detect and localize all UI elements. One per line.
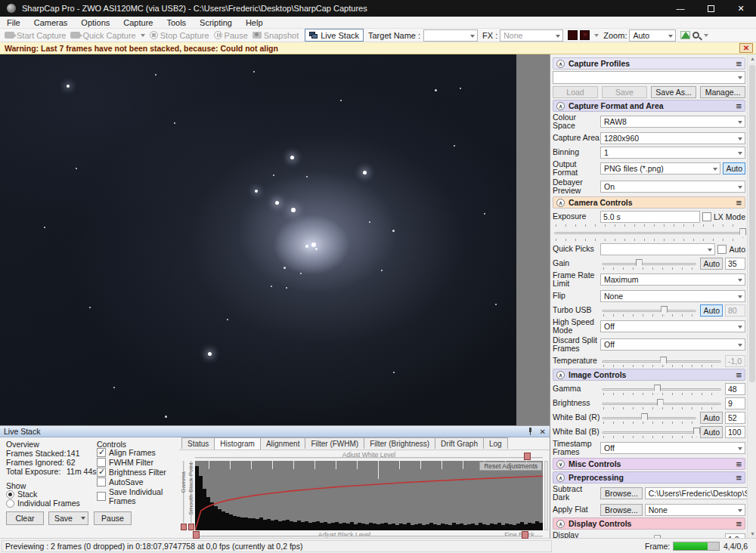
subtract-dark-combo[interactable]: C:\Users\Frederic\Desktop\SharpCap Ca... [645, 487, 756, 499]
collapse-icon[interactable]: ∧ [556, 60, 565, 68]
manage-profiles-button[interactable]: Manage... [700, 86, 745, 98]
pause-stack-button[interactable]: Pause [94, 511, 132, 525]
save-button[interactable]: Save [48, 511, 79, 525]
quick-capture-dropdown-icon[interactable] [141, 34, 145, 37]
exposure-auto-checkbox[interactable] [717, 245, 727, 254]
section-preprocessing[interactable]: ∧ Preprocessing ≡ [553, 471, 745, 483]
tab-alignment[interactable]: Alignment [260, 437, 305, 449]
scroll-up-icon[interactable]: ▲ [750, 56, 755, 61]
menu-cameras[interactable]: Cameras [27, 18, 75, 27]
load-profile-button[interactable]: Load [553, 86, 598, 98]
section-display-controls[interactable]: ∧ Display Controls ≡ [553, 517, 745, 530]
live-stack-header[interactable]: Live Stack ✕ [0, 426, 550, 437]
white-bal-r-auto-button[interactable]: Auto [700, 412, 723, 424]
menu-scripting[interactable]: Scripting [193, 18, 239, 27]
scrollbar-thumb[interactable] [749, 65, 755, 382]
menu-file[interactable]: File [0, 18, 27, 27]
brightness-slider[interactable] [600, 397, 723, 409]
temperature-slider[interactable] [600, 355, 723, 367]
white-bal-r-value[interactable]: 52 [725, 412, 745, 424]
gamma-vertical-handle[interactable] [181, 524, 187, 530]
fwhm-filter-checkbox[interactable]: FWHM Filter [97, 458, 153, 467]
save-dropdown-button[interactable] [78, 511, 88, 525]
magnifier-dropdown-icon[interactable] [704, 34, 708, 37]
show-stack-radio[interactable]: Stack [6, 490, 37, 499]
menu-help[interactable]: Help [239, 18, 270, 27]
tab-filter-brightness[interactable]: Filter (Brightness) [364, 437, 435, 449]
swatch-dropdown-icon[interactable] [594, 34, 599, 37]
white-bal-b-auto-button[interactable]: Auto [700, 426, 723, 438]
stop-capture-button[interactable]: Stop Capture [150, 31, 209, 40]
profile-combo[interactable] [553, 71, 745, 84]
start-capture-button[interactable]: Start Capture [5, 31, 66, 40]
menu-tools[interactable]: Tools [160, 18, 193, 27]
flat-frame-swatch-icon[interactable] [580, 30, 590, 40]
histogram-icon[interactable] [680, 31, 690, 39]
binning-combo[interactable]: 1 [600, 147, 745, 159]
gamma-value[interactable]: 48 [725, 383, 745, 395]
section-capture-format[interactable]: ∧ Capture Format and Area ≡ [553, 100, 745, 112]
reset-adjustments-button[interactable]: Reset Adjustments [479, 462, 542, 471]
section-menu-icon[interactable]: ≡ [736, 369, 742, 381]
close-button[interactable]: ✕ [726, 0, 756, 17]
capture-area-combo[interactable]: 1280x960 [600, 132, 745, 144]
fx-combo[interactable]: None [500, 29, 563, 42]
output-format-auto-button[interactable]: Auto [723, 162, 745, 175]
collapse-icon[interactable]: ∧ [556, 520, 565, 528]
quick-picks-combo[interactable] [600, 243, 715, 255]
section-menu-icon[interactable]: ≡ [736, 459, 742, 470]
collapse-icon[interactable]: ∧ [556, 371, 565, 379]
scroll-down-icon[interactable]: ▼ [750, 531, 755, 536]
gamma-vertical-slider[interactable]: Gamma [181, 461, 187, 530]
collapse-icon[interactable]: ∧ [556, 474, 565, 482]
section-menu-icon[interactable]: ≡ [736, 518, 742, 530]
section-menu-icon[interactable]: ≡ [736, 100, 742, 112]
maximize-button[interactable] [696, 0, 726, 17]
section-capture-profiles[interactable]: ∧ Capture Profiles ≡ [553, 57, 745, 70]
pin-icon[interactable] [528, 428, 533, 435]
section-menu-icon[interactable]: ≡ [736, 472, 742, 483]
black-level-track[interactable] [195, 536, 543, 537]
panel-scrollbar[interactable]: ▲ ▼ [747, 54, 756, 538]
exposure-input[interactable]: 5.0 s [600, 211, 700, 223]
white-bal-r-slider[interactable] [600, 412, 698, 424]
tab-histogram[interactable]: Histogram [214, 437, 261, 450]
save-individual-frames-checkbox[interactable]: Save Individual Frames [97, 487, 179, 505]
frame-rate-limit-combo[interactable]: Maximum [600, 273, 745, 286]
tab-log[interactable]: Log [483, 437, 508, 449]
section-menu-icon[interactable]: ≡ [736, 197, 742, 209]
section-misc-controls[interactable]: ∨ Misc Controls ≡ [553, 458, 745, 470]
discard-split-frames-combo[interactable]: Off [600, 338, 745, 351]
warning-close-button[interactable]: ✕ [739, 43, 753, 53]
flip-combo[interactable]: None [600, 290, 745, 302]
exposure-slider[interactable] [553, 224, 745, 241]
menu-options[interactable]: Options [74, 18, 116, 27]
brightness-filter-checkbox[interactable]: Brightness Filter [97, 468, 166, 477]
smooth-black-point-handle[interactable] [188, 524, 194, 530]
magnifier-icon[interactable] [692, 32, 699, 39]
output-format-combo[interactable]: PNG files (*.png) [600, 162, 720, 175]
white-level-track[interactable] [195, 457, 543, 459]
target-name-combo[interactable] [423, 29, 478, 42]
dark-frame-swatch-icon[interactable] [568, 30, 578, 40]
zoom-combo[interactable]: Auto [629, 29, 676, 42]
expand-icon[interactable]: ∨ [556, 460, 565, 468]
white-level-handle[interactable] [524, 453, 531, 460]
high-speed-mode-combo[interactable]: Off [600, 320, 745, 332]
collapse-icon[interactable]: ∧ [556, 102, 565, 110]
white-bal-b-value[interactable]: 100 [725, 426, 745, 438]
histogram-plot[interactable]: Reset Adjustments [195, 461, 543, 530]
gamma-slider[interactable] [600, 383, 723, 395]
colour-space-combo[interactable]: RAW8 [600, 116, 745, 128]
tab-filter-fwhm[interactable]: Filter (FWHM) [305, 437, 364, 449]
debayer-preview-combo[interactable]: On [600, 181, 745, 193]
turbo-usb-auto-button[interactable]: Auto [700, 304, 723, 317]
gain-slider[interactable] [600, 258, 698, 270]
subtract-dark-browse-button[interactable]: Browse... [600, 487, 643, 499]
section-image-controls[interactable]: ∧ Image Controls ≡ [553, 369, 745, 381]
tab-drift-graph[interactable]: Drift Graph [435, 437, 484, 449]
live-stack-button[interactable]: Live Stack [305, 29, 364, 42]
brightness-value[interactable]: 9 [725, 397, 745, 409]
save-as-button[interactable]: Save As... [651, 86, 696, 98]
menu-capture[interactable]: Capture [116, 18, 160, 27]
